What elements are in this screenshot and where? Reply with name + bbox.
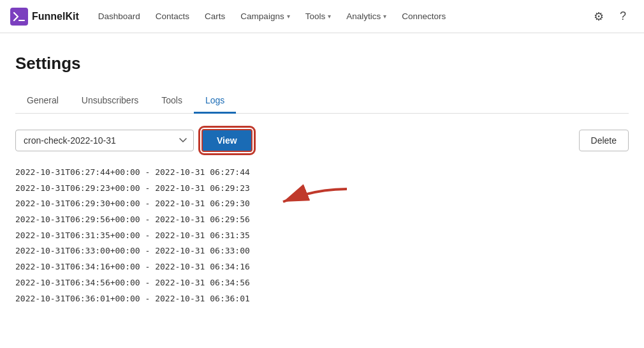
page-title: Settings — [15, 54, 629, 73]
nav-tools[interactable]: Tools ▾ — [299, 8, 338, 25]
main-content: Settings General Unsubscribers Tools Log… — [0, 33, 644, 327]
logo-text: FunnelKit — [32, 11, 79, 22]
tab-tools[interactable]: Tools — [150, 89, 194, 114]
view-button[interactable]: View — [201, 129, 252, 152]
log-entry-2: 2022-10-31T06:29:23+00:00 - 2022-10-31 0… — [15, 181, 250, 197]
log-entry-5: 2022-10-31T06:31:35+00:00 - 2022-10-31 0… — [15, 228, 250, 244]
settings-icon[interactable]: ⚙ — [588, 6, 610, 27]
nav-campaigns[interactable]: Campaigns ▾ — [234, 8, 296, 25]
delete-button[interactable]: Delete — [579, 130, 629, 151]
log-entry-9: 2022-10-31T06:36:01+00:00 - 2022-10-31 0… — [15, 291, 250, 307]
delete-container: Delete — [579, 130, 629, 151]
log-section: 2022-10-31T06:27:44+00:00 - 2022-10-31 0… — [15, 165, 250, 306]
nav-analytics[interactable]: Analytics ▾ — [340, 8, 393, 25]
log-entry-6: 2022-10-31T06:33:00+00:00 - 2022-10-31 0… — [15, 243, 250, 259]
analytics-chevron-icon: ▾ — [383, 13, 386, 20]
tab-logs[interactable]: Logs — [194, 89, 236, 114]
logo[interactable]: FunnelKit — [10, 8, 79, 26]
logo-icon — [10, 8, 28, 26]
settings-tabs: General Unsubscribers Tools Logs — [15, 89, 629, 114]
help-icon[interactable]: ? — [612, 6, 634, 27]
log-entry-7: 2022-10-31T06:34:16+00:00 - 2022-10-31 0… — [15, 259, 250, 275]
campaigns-chevron-icon: ▾ — [287, 13, 290, 20]
nav-carts[interactable]: Carts — [198, 8, 231, 25]
svg-rect-0 — [10, 8, 28, 26]
log-entry-4: 2022-10-31T06:29:56+00:00 - 2022-10-31 0… — [15, 212, 250, 228]
log-file-select[interactable]: cron-check-2022-10-31 — [15, 130, 194, 151]
red-arrow-icon — [277, 183, 353, 221]
log-entries: 2022-10-31T06:27:44+00:00 - 2022-10-31 0… — [15, 165, 250, 306]
nav-connectors[interactable]: Connectors — [395, 8, 452, 25]
log-entry-3: 2022-10-31T06:29:30+00:00 - 2022-10-31 0… — [15, 196, 250, 212]
tab-unsubscribers[interactable]: Unsubscribers — [70, 89, 150, 114]
navbar: FunnelKit Dashboard Contacts Carts Campa… — [0, 0, 644, 33]
nav-dashboard[interactable]: Dashboard — [92, 8, 147, 25]
log-entry-8: 2022-10-31T06:34:56+00:00 - 2022-10-31 0… — [15, 275, 250, 291]
log-entry-1: 2022-10-31T06:27:44+00:00 - 2022-10-31 0… — [15, 165, 250, 181]
controls-row: cron-check-2022-10-31 View Delete — [15, 129, 629, 152]
nav-contacts[interactable]: Contacts — [149, 8, 196, 25]
tools-chevron-icon: ▾ — [328, 13, 331, 20]
tab-general[interactable]: General — [15, 89, 70, 114]
